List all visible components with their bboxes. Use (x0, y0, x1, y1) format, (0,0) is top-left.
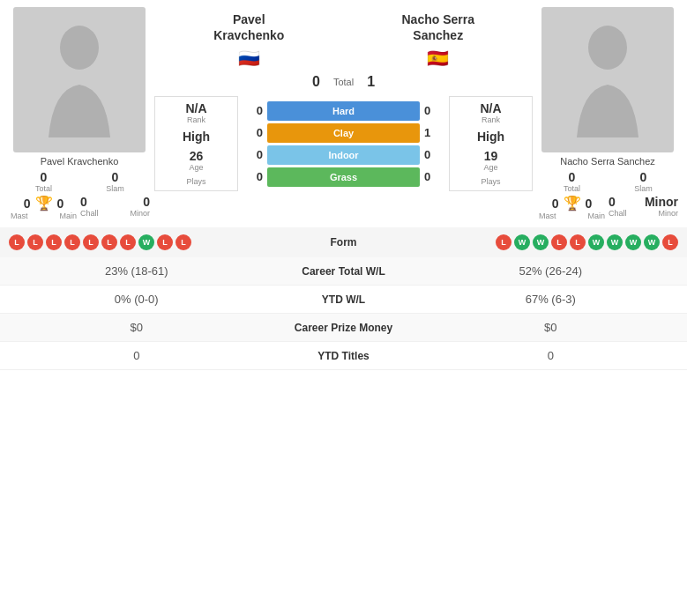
form-badge: W (607, 234, 623, 250)
form-badge: L (570, 234, 586, 250)
left-center-name: Pavel Kravchenko (196, 11, 302, 43)
form-badge: W (588, 234, 604, 250)
stats-left-value: 0% (0-0) (9, 293, 265, 306)
right-slam-stat: 0 Slam (609, 170, 678, 193)
hard-score-right: 0 (424, 104, 446, 117)
left-slam-stat: 0 Slam (80, 170, 150, 193)
top-area: Pavel Kravchenko 0 Total 0 Slam 0 🏆 0 (0, 0, 687, 227)
right-center-name: Nacho Serra Sanchez (385, 11, 491, 43)
stats-center-label: Career Total W/L (265, 265, 423, 278)
left-high-val: High (160, 130, 233, 144)
center-names-row: Pavel Kravchenko Nacho Serra Sanchez (154, 7, 533, 48)
right-high-val: High (454, 130, 527, 144)
right-chall-stat: 0 Minor Chall Minor (609, 195, 678, 220)
form-badge: L (662, 234, 678, 250)
flags-row: 🇷🇺 🇪🇸 (154, 48, 533, 69)
form-badge: L (101, 234, 117, 250)
form-section: LLLLLLLWLL Form LWWLLWWWWL (0, 227, 687, 257)
form-badge: L (46, 234, 62, 250)
surface-row-clay: 0 Clay 1 (241, 123, 446, 143)
left-plays-lbl: Plays (160, 177, 233, 186)
form-badge: L (9, 234, 25, 250)
right-mast-stat: 0 🏆 0 Mast Main (537, 195, 607, 220)
stats-right-value: $0 (423, 321, 679, 334)
left-chall-stat: 0 0 Chall Minor (80, 195, 150, 220)
form-badge: L (175, 234, 191, 250)
stats-right-value: 52% (26-24) (423, 264, 679, 278)
surface-row-indoor: 0 Indoor 0 (241, 145, 446, 165)
form-badge: W (644, 234, 660, 250)
right-rank-lbl: Rank (454, 115, 527, 124)
hard-score-left: 0 (241, 104, 263, 117)
stats-table: 23% (18-61)Career Total W/L52% (26-24)0%… (0, 257, 687, 370)
stats-right-value: 0 (423, 349, 679, 362)
right-stats-panel: N/A Rank High 19 Age Plays (449, 96, 533, 191)
form-badge: L (83, 234, 99, 250)
left-player-photo (13, 7, 146, 152)
svg-point-1 (588, 26, 627, 70)
form-badge: L (64, 234, 80, 250)
form-badges-right: LWWLLWWWWL (379, 234, 679, 250)
form-badge: W (138, 234, 154, 250)
form-badge: W (533, 234, 549, 250)
right-flag: 🇪🇸 (427, 48, 449, 69)
right-plays-lbl: Plays (454, 177, 527, 186)
grass-surface-btn[interactable]: Grass (267, 167, 420, 187)
form-badge: L (496, 234, 512, 250)
surface-row-hard: 0 Hard 0 (241, 101, 446, 121)
stats-row: 23% (18-61)Career Total W/L52% (26-24) (0, 257, 687, 286)
form-label: Form (309, 236, 379, 249)
left-total-score: 0 (312, 74, 320, 90)
clay-score-left: 0 (241, 126, 263, 139)
right-stats-grid: 0 Total 0 Slam 0 🏆 0 Mast Main (533, 170, 683, 220)
left-rank-val: N/A (160, 101, 233, 115)
stats-left-value: 23% (18-61) (9, 264, 265, 278)
center-col: Pavel Kravchenko Nacho Serra Sanchez 🇷🇺 … (154, 7, 533, 220)
svg-point-0 (60, 26, 99, 70)
stats-left-value: $0 (9, 321, 265, 334)
stats-row: 0% (0-0)YTD W/L67% (6-3) (0, 286, 687, 314)
right-trophy-icon: 🏆 (564, 195, 581, 212)
left-player-col: Pavel Kravchenko 0 Total 0 Slam 0 🏆 0 (4, 7, 154, 220)
form-badge: W (625, 234, 641, 250)
right-player-photo (541, 7, 674, 152)
right-total-stat: 0 Total (537, 170, 607, 193)
left-rank-lbl: Rank (160, 115, 233, 124)
right-age-val: 19 (454, 149, 527, 163)
form-badge: W (514, 234, 530, 250)
left-stats-grid: 0 Total 0 Slam 0 🏆 0 Mast Main (4, 170, 154, 220)
clay-surface-btn[interactable]: Clay (267, 123, 420, 143)
stats-center-label: YTD W/L (265, 293, 423, 306)
indoor-score-left: 0 (241, 148, 263, 161)
stats-left-value: 0 (9, 349, 265, 362)
total-label: Total (333, 77, 354, 87)
form-badge: L (120, 234, 136, 250)
grass-score-right: 0 (424, 170, 446, 183)
total-score-row: 0 Total 1 (154, 71, 533, 93)
indoor-score-right: 0 (424, 148, 446, 161)
stats-row: $0Career Prize Money$0 (0, 314, 687, 342)
stats-right-value: 67% (6-3) (423, 293, 679, 306)
indoor-surface-btn[interactable]: Indoor (267, 145, 420, 165)
left-mast-stat: 0 🏆 0 Mast Main (9, 195, 78, 220)
form-badge: L (551, 234, 567, 250)
hard-surface-btn[interactable]: Hard (267, 101, 420, 121)
mid-row: N/A Rank High 26 Age Plays (154, 96, 533, 191)
grass-score-left: 0 (241, 170, 263, 183)
left-flag: 🇷🇺 (238, 48, 260, 69)
right-player-col: Nacho Serra Sanchez 0 Total 0 Slam 0 🏆 0 (533, 7, 683, 220)
left-stats-panel: N/A Rank High 26 Age Plays (154, 96, 238, 191)
form-badge: L (157, 234, 173, 250)
main-container: Pavel Kravchenko 0 Total 0 Slam 0 🏆 0 (0, 0, 687, 370)
left-age-lbl: Age (160, 163, 233, 172)
right-age-lbl: Age (454, 163, 527, 172)
left-trophy-icon: 🏆 (35, 195, 53, 212)
form-badges-left: LLLLLLLWLL (9, 234, 309, 250)
form-badge: L (27, 234, 43, 250)
surface-row-grass: 0 Grass 0 (241, 167, 446, 187)
right-total-score: 1 (367, 74, 375, 90)
clay-score-right: 1 (424, 126, 446, 139)
right-rank-val: N/A (454, 101, 527, 115)
right-player-name: Nacho Serra Sanchez (560, 156, 655, 167)
surfaces-col: 0 Hard 0 0 Clay 1 0 Indoor 0 (241, 96, 446, 191)
